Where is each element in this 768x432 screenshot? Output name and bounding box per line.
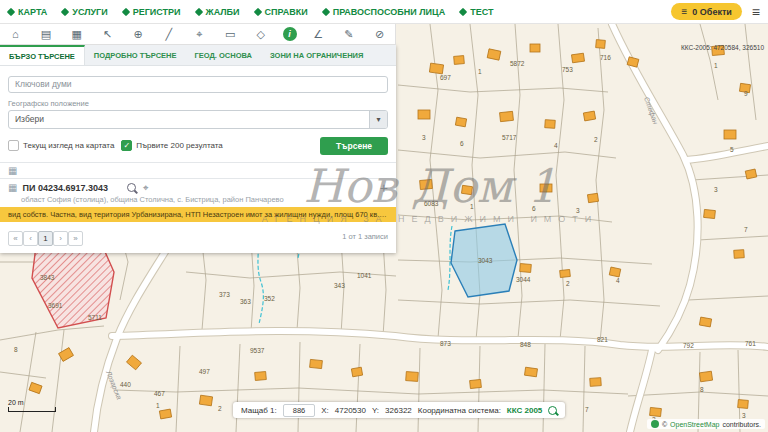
nav-item-karta[interactable]: КАРТА [8, 7, 47, 17]
pager-first[interactable]: « [8, 231, 23, 246]
pager-last[interactable]: » [68, 231, 83, 246]
tab-geodetic-basis[interactable]: ГЕОД. ОСНОВА [186, 45, 261, 65]
scalebar-label: 20 m [8, 399, 24, 406]
nav-item-uslugi[interactable]: УСЛУГИ [62, 7, 107, 17]
home-tool-icon[interactable]: ⌂ [6, 25, 24, 43]
nav-spravki-icon [253, 7, 261, 15]
angle-tool-icon[interactable]: ∠ [309, 25, 327, 43]
svg-text:3: 3 [714, 186, 718, 193]
main-nav: КАРТАУСЛУГИРЕГИСТРИЖАЛБИСПРАВКИПРАВОСПОС… [8, 7, 493, 17]
select-cursor-tool-icon[interactable]: ↖ [98, 25, 116, 43]
tab-detailed-search[interactable]: ПОДРОБНО ТЪРСЕНЕ [85, 45, 186, 65]
app: 3843369157118373363352343104195374974674… [0, 0, 768, 432]
info-tool-icon[interactable]: i [283, 27, 297, 41]
svg-text:343: 343 [334, 282, 345, 289]
svg-text:5872: 5872 [510, 60, 525, 67]
svg-text:8: 8 [14, 346, 18, 353]
svg-text:3: 3 [576, 207, 580, 214]
results-toolbar: ▦ [0, 163, 396, 178]
result-title: ПИ 04234.6917.3043 [22, 183, 108, 193]
nav-item-pravosposobni-litsa[interactable]: ПРАВОСПОСОБНИ ЛИЦА [323, 7, 446, 17]
add-result-icon[interactable]: + [380, 183, 388, 193]
crs-value[interactable]: ККС 2005 [507, 406, 542, 415]
first-200-checkbox[interactable]: ✓ Първите 200 резултата [121, 140, 222, 151]
result-header: ▦ ПИ 04234.6917.3043 ⌖ + [0, 179, 396, 195]
osm-icon [651, 420, 659, 428]
current-view-label: Текущ изглед на картата [23, 141, 114, 150]
svg-text:363: 363 [240, 298, 251, 305]
svg-text:6: 6 [460, 140, 464, 147]
svg-text:3843: 3843 [40, 274, 55, 281]
svg-text:3: 3 [422, 134, 426, 141]
map-scalebar: 20 m [8, 399, 56, 412]
locate-result-icon[interactable]: ⌖ [143, 182, 149, 194]
basemap-tool-icon[interactable]: ▦ [68, 25, 86, 43]
geo-select[interactable]: Избери ▾ [8, 110, 388, 129]
tab-quick-search[interactable]: БЪРЗО ТЪРСЕНЕ [0, 45, 85, 65]
svg-text:1: 1 [478, 68, 482, 75]
scale-input[interactable]: 886 [283, 404, 316, 417]
svg-text:3691: 3691 [48, 302, 63, 309]
svg-text:761: 761 [745, 340, 756, 347]
svg-text:7: 7 [744, 226, 748, 233]
ruler-tool-icon[interactable]: ╱ [160, 25, 178, 43]
objects-button[interactable]: ≡ 0 Обекти [671, 3, 741, 20]
svg-text:1: 1 [470, 203, 474, 210]
results-grid-icon[interactable]: ▦ [8, 165, 17, 176]
result-item[interactable]: ▦ ПИ 04234.6917.3043 ⌖ + област София (с… [0, 179, 396, 222]
zoom-to-result-icon[interactable] [127, 183, 136, 192]
layers-tool-icon[interactable]: ▤ [37, 25, 55, 43]
nav-item-label: ТЕСТ [470, 7, 493, 17]
nav-item-registri[interactable]: РЕГИСТРИ [123, 7, 181, 17]
pan-tool-icon[interactable]: ⊕ [129, 25, 147, 43]
svg-text:753: 753 [562, 66, 573, 73]
svg-text:848: 848 [520, 341, 531, 348]
first-200-checkbox-box[interactable]: ✓ [121, 140, 132, 151]
keywords-input[interactable] [8, 76, 388, 93]
nav-item-label: СПРАВКИ [265, 7, 308, 17]
svg-text:1: 1 [714, 62, 718, 69]
nav-zhalbi-icon [194, 7, 202, 15]
rect-select-tool-icon[interactable]: ▭ [221, 25, 239, 43]
geo-label: Географско положение [8, 99, 388, 108]
status-search-icon[interactable] [548, 406, 557, 415]
svg-text:467: 467 [154, 390, 165, 397]
nav-item-test[interactable]: ТЕСТ [460, 7, 493, 17]
pager-prev[interactable]: ‹ [23, 231, 38, 246]
pager-buttons: «‹1›» [8, 227, 83, 246]
menu-icon[interactable]: ≡ [752, 4, 760, 20]
top-nav: КАРТАУСЛУГИРЕГИСТРИЖАЛБИСПРАВКИПРАВОСПОС… [0, 0, 768, 24]
nav-uslugi-icon [61, 7, 69, 15]
nav-item-spravki[interactable]: СПРАВКИ [255, 7, 308, 17]
attribution-prefix: © [662, 421, 667, 428]
svg-text:3043: 3043 [478, 257, 493, 264]
nav-item-zhalbi[interactable]: ЖАЛБИ [196, 7, 240, 17]
y-value: 326322 [385, 406, 412, 415]
search-button[interactable]: Търсене [320, 137, 388, 155]
pager-page-1[interactable]: 1 [38, 231, 53, 246]
x-label: X: [321, 406, 329, 415]
nav-item-label: РЕГИСТРИ [133, 7, 181, 17]
search-panel: БЪРЗО ТЪРСЕНЕПОДРОБНО ТЪРСЕНЕГЕОД. ОСНОВ… [0, 45, 396, 253]
draw-tool-icon[interactable]: ✎ [340, 25, 358, 43]
svg-text:4: 4 [616, 277, 620, 284]
svg-text:440: 440 [120, 381, 131, 388]
target-tool-icon[interactable]: ⌖ [190, 25, 208, 43]
nav-item-label: КАРТА [18, 7, 47, 17]
polygon-select-tool-icon[interactable]: ◇ [252, 25, 270, 43]
svg-text:2: 2 [218, 405, 222, 412]
panel-tabs: БЪРЗО ТЪРСЕНЕПОДРОБНО ТЪРСЕНЕГЕОД. ОСНОВ… [0, 45, 396, 66]
status-bar: Мащаб 1: 886 X: 4720530 Y: 326322 Коорди… [233, 402, 565, 418]
attribution-suffix: contributors. [722, 421, 761, 428]
chevron-down-icon[interactable]: ▾ [369, 111, 387, 128]
current-view-checkbox-box[interactable] [8, 140, 19, 151]
map-corner-coordinates: ККС-2005: 4720584, 326510 [681, 44, 764, 51]
y-label: Y: [372, 406, 379, 415]
pager-next[interactable]: › [53, 231, 68, 246]
tab-restriction-zones[interactable]: ЗОНИ НА ОГРАНИЧЕНИЯ [261, 45, 372, 65]
osm-link[interactable]: OpenStreetMap [670, 421, 719, 428]
nav-registri-icon [121, 7, 129, 15]
clear-tool-icon[interactable]: ⊘ [371, 25, 389, 43]
current-view-checkbox[interactable]: Текущ изглед на картата [8, 140, 114, 151]
result-location: област София (столица), община Столична,… [0, 195, 396, 207]
